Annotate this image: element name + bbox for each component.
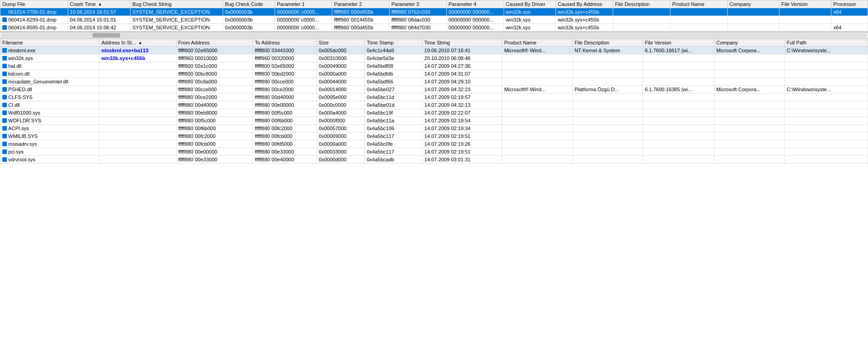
cell-size: 0x00033000 bbox=[317, 148, 365, 156]
col-header-dump_file[interactable]: Dump File bbox=[0, 0, 68, 8]
cell-full_path bbox=[785, 101, 868, 109]
cell-time_string: 14.07.2009 03:01:31 bbox=[422, 156, 502, 164]
crash-table-row[interactable]: 060414-8299-01.dmp04.06.2014 15:01:01SYS… bbox=[0, 16, 868, 24]
cell-product_name bbox=[502, 55, 572, 62]
modules-table-row[interactable]: ntoskrnl.exentoskrnl.exe+ba113fffff800`0… bbox=[0, 47, 868, 55]
modules-table-row[interactable]: CI.dllfffff880`00d40000fffff880`00e00000… bbox=[0, 101, 868, 109]
col-header-crash_time[interactable]: Crash Time▲ bbox=[68, 0, 130, 8]
cell-from_address: fffff880`00e00000 bbox=[176, 148, 253, 156]
cell-caused_by_address: win32k.sys+c455b bbox=[556, 8, 613, 16]
col-header-to_address[interactable]: To Address bbox=[253, 39, 317, 47]
cell-time_string: 14.07.2009 02:19:57 bbox=[422, 94, 502, 101]
col-header-address_in_st[interactable]: Address In St...▲ bbox=[99, 39, 176, 47]
module-file-icon bbox=[2, 134, 7, 138]
col-header-time_stamp[interactable]: Time Stamp bbox=[365, 39, 423, 47]
modules-table-row[interactable]: CLFS.SYSfffff880`00ce2000fffff880`00d400… bbox=[0, 94, 868, 101]
col-header-parameter4[interactable]: Parameter 4 bbox=[446, 0, 504, 8]
scrollbar-thumb[interactable] bbox=[93, 33, 120, 38]
cell-company bbox=[727, 16, 779, 24]
cell-parameter3: fffff880`0762c030 bbox=[389, 8, 446, 16]
modules-table-row[interactable]: WDFLDR.SYSfffff880`00f5c000fffff880`00f6… bbox=[0, 117, 868, 125]
col-header-processor[interactable]: Processor bbox=[831, 0, 868, 8]
col-header-company[interactable]: Company bbox=[727, 0, 779, 8]
col-header-full_path[interactable]: Full Path bbox=[785, 39, 868, 47]
col-header-file_description[interactable]: File Description bbox=[613, 0, 670, 8]
col-header-parameter3[interactable]: Parameter 3 bbox=[389, 0, 446, 8]
col-header-file_description[interactable]: File Description bbox=[572, 39, 643, 47]
cell-filename: mcupdate_GenuineIntel.dll bbox=[0, 78, 99, 86]
modules-table: FilenameAddress In St...▲From AddressTo … bbox=[0, 39, 868, 164]
col-header-caused_by_address[interactable]: Caused By Address bbox=[556, 0, 613, 8]
modules-table-row[interactable]: mcupdate_GenuineIntel.dllfffff880`00c8a0… bbox=[0, 78, 868, 86]
cell-product_name: Microsoft® Wind... bbox=[502, 86, 572, 94]
cell-dump_file: 061014-7706-01.dmp bbox=[0, 8, 68, 16]
cell-dump_file: 060414-8299-01.dmp bbox=[0, 16, 68, 24]
modules-table-row[interactable]: Wdf01000.sysfffff880`00eb8000fffff880`00… bbox=[0, 109, 868, 117]
cell-product_name bbox=[502, 125, 572, 132]
col-header-parameter1[interactable]: Parameter 1 bbox=[275, 0, 332, 8]
cell-time_stamp: 0x4c1c44a9 bbox=[365, 47, 423, 55]
cell-time_stamp: 0x4a5bdf08 bbox=[365, 62, 423, 70]
modules-table-row[interactable]: pci.sysfffff880`00e00000fffff880`00e3300… bbox=[0, 148, 868, 156]
cell-filename: kdcom.dll bbox=[0, 70, 99, 78]
col-header-size[interactable]: Size bbox=[317, 39, 365, 47]
modules-table-row[interactable]: vdrvroot.sysfffff880`00e33000fffff880`00… bbox=[0, 156, 868, 164]
cell-file_description: NT Kernel & System bbox=[572, 47, 643, 55]
cell-product_name bbox=[670, 24, 727, 32]
col-header-company[interactable]: Company bbox=[714, 39, 785, 47]
col-header-filename[interactable]: Filename bbox=[0, 39, 99, 47]
cell-address_in_st bbox=[99, 86, 176, 94]
sort-arrow-address_in_st: ▲ bbox=[138, 40, 142, 45]
crash-table-row[interactable]: 060414-8595-01.dmp04.06.2014 15:06:42SYS… bbox=[0, 24, 868, 32]
col-header-from_address[interactable]: From Address bbox=[176, 39, 253, 47]
col-header-bug_check_code[interactable]: Bug Check Code bbox=[223, 0, 275, 8]
cell-parameter1: 00000000`c0000... bbox=[275, 8, 332, 16]
cell-to_address: fffff880`00d40000 bbox=[253, 94, 317, 101]
modules-table-header: FilenameAddress In St...▲From AddressTo … bbox=[0, 39, 868, 47]
modules-table-row[interactable]: win32k.syswin32k.sys+c455bfffff960`00010… bbox=[0, 55, 868, 62]
dump-file-icon bbox=[2, 17, 7, 22]
cell-parameter1: 00000000`c0000... bbox=[275, 16, 332, 24]
col-header-caused_by_driver[interactable]: Caused By Driver bbox=[504, 0, 555, 8]
cell-size: 0x00014000 bbox=[317, 86, 365, 94]
cell-bug_check_string: SYSTEM_SERVICE_EXCEPTION bbox=[130, 8, 223, 16]
col-header-file_version[interactable]: File Version bbox=[780, 0, 831, 8]
modules-table-row[interactable]: PSHED.dllfffff880`00cce000fffff880`00ce2… bbox=[0, 86, 868, 94]
col-header-bug_check_string[interactable]: Bug Check String bbox=[130, 0, 223, 8]
cell-company bbox=[714, 109, 785, 117]
col-header-time_string[interactable]: Time String bbox=[422, 39, 502, 47]
cell-file_version: 6.1.7600.16385 (wi... bbox=[643, 86, 714, 94]
col-header-product_name[interactable]: Product Name bbox=[502, 39, 572, 47]
modules-table-row[interactable]: hal.dllfffff800`02e1c000fffff800`02e6500… bbox=[0, 62, 868, 70]
horizontal-scrollbar[interactable] bbox=[0, 32, 868, 39]
crash-table-body: 061014-7706-01.dmp10.06.2014 16:51:57SYS… bbox=[0, 8, 868, 32]
bottom-table-container[interactable]: FilenameAddress In St...▲From AddressTo … bbox=[0, 39, 868, 358]
cell-processor: x64 bbox=[831, 8, 868, 16]
cell-time_stamp: 0x4a5bcadb bbox=[365, 156, 423, 164]
modules-table-row[interactable]: WMILIB.SYSfffff880`00fc2000fffff880`00fc… bbox=[0, 132, 868, 140]
cell-crash_time: 10.06.2014 16:51:57 bbox=[68, 8, 130, 16]
cell-bug_check_string: SYSTEM_SERVICE_EXCEPTION bbox=[130, 24, 223, 32]
cell-filename: WDFLDR.SYS bbox=[0, 117, 99, 125]
cell-product_name bbox=[502, 70, 572, 78]
cell-to_address: fffff880`00ce2000 bbox=[253, 86, 317, 94]
modules-table-row[interactable]: kdcom.dllfffff800`00bc8000fffff800`00bd2… bbox=[0, 70, 868, 78]
cell-size: 0x0000a000 bbox=[317, 140, 365, 148]
cell-full_path bbox=[785, 117, 868, 125]
col-header-file_version[interactable]: File Version bbox=[643, 39, 714, 47]
cell-filename: win32k.sys bbox=[0, 55, 99, 62]
modules-table-row[interactable]: ACPI.sysfffff880`00f6b000fffff880`00fc20… bbox=[0, 125, 868, 132]
crash-table-row[interactable]: 061014-7706-01.dmp10.06.2014 16:51:57SYS… bbox=[0, 8, 868, 16]
cell-to_address: fffff880`00fc2000 bbox=[253, 125, 317, 132]
cell-file_version bbox=[643, 70, 714, 78]
cell-file_version bbox=[643, 78, 714, 86]
cell-product_name: Microsoft® Wind... bbox=[502, 47, 572, 55]
top-table-container[interactable]: Dump FileCrash Time▲Bug Check StringBug … bbox=[0, 0, 868, 32]
cell-file_description bbox=[613, 24, 670, 32]
cell-file_version bbox=[780, 16, 831, 24]
cell-time_stamp: 0x4a5bc11d bbox=[365, 94, 423, 101]
cell-from_address: fffff880`00f6b000 bbox=[176, 125, 253, 132]
col-header-product_name[interactable]: Product Name bbox=[670, 0, 727, 8]
col-header-parameter2[interactable]: Parameter 2 bbox=[332, 0, 390, 8]
modules-table-row[interactable]: msisadrv.sysfffff880`00fcb000fffff880`00… bbox=[0, 140, 868, 148]
